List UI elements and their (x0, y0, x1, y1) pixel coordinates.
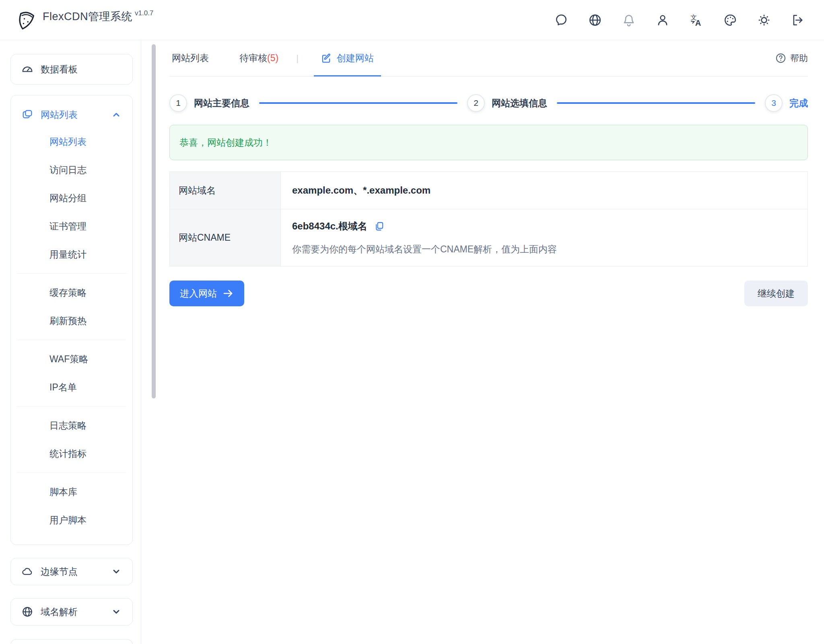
cname-note: 你需要为你的每个网站域名设置一个CNAME解析，值为上面内容 (292, 243, 799, 256)
row-label: 网站CNAME (170, 209, 281, 266)
actions-row: 进入网站 继续创建 (169, 281, 808, 306)
pending-count-badge: (5) (267, 53, 278, 64)
sidebar-item-site-list-group[interactable]: 网站列表 (11, 105, 132, 124)
success-alert: 恭喜，网站创建成功！ (169, 125, 808, 160)
stepper: 1 网站主要信息 2 网站选填信息 3 完成 (169, 94, 808, 112)
continue-create-button[interactable]: 继续创建 (744, 281, 808, 306)
bell-icon[interactable] (622, 13, 636, 27)
step-label: 网站选填信息 (492, 97, 547, 109)
sidebar-group-label: 网站列表 (41, 109, 104, 121)
globe-icon (21, 606, 33, 618)
app-title: FlexCDN管理系统 (43, 10, 132, 23)
tab-label: 创建网站 (337, 52, 374, 64)
divider (17, 406, 126, 407)
step-2: 2 网站选填信息 (467, 94, 547, 112)
svg-text:A: A (695, 18, 701, 27)
tab-site-list[interactable]: 网站列表 (169, 40, 211, 76)
globe-icon[interactable] (588, 13, 602, 27)
sidebar-item-label: 边缘节点 (41, 566, 104, 578)
sidebar-item-stat-metrics[interactable]: 统计指标 (11, 440, 132, 468)
help-link[interactable]: 帮助 (775, 40, 808, 76)
sidebar-item-label: 数据看板 (41, 63, 78, 76)
tab-separator: | (296, 53, 299, 64)
step-number: 3 (765, 94, 783, 112)
brand: FlexCDN管理系统v1.0.7 (16, 9, 153, 31)
sidebar-item-cache-policy[interactable]: 缓存策略 (11, 279, 132, 307)
question-circle-icon (775, 53, 786, 64)
tab-pending-review[interactable]: 待审核(5) (237, 40, 281, 76)
step-connector (557, 102, 755, 104)
enter-site-label: 进入网站 (180, 287, 217, 300)
sidebar-item-edge-nodes[interactable]: 边缘节点 (10, 558, 133, 585)
sidebar-item-site-list[interactable]: 网站列表 (11, 128, 132, 156)
step-1: 1 网站主要信息 (169, 94, 249, 112)
divider (17, 340, 126, 340)
step-connector (259, 102, 457, 104)
sidebar-item-site-groups[interactable]: 网站分组 (11, 184, 132, 212)
row-label: 网站域名 (170, 172, 281, 209)
success-message: 恭喜，网站创建成功！ (179, 136, 272, 149)
header-icon-bar: 文 A (554, 13, 805, 27)
step-3: 3 完成 (765, 94, 808, 112)
cloud-icon (21, 566, 33, 578)
divider (17, 273, 126, 274)
tab-bar: 网站列表 待审核(5) | 创建网站 (169, 40, 808, 76)
sidebar-item-access-logs[interactable]: 访问日志 (11, 156, 132, 184)
enter-site-button[interactable]: 进入网站 (169, 281, 244, 306)
app-screen: FlexCDN管理系统v1.0.7 文 A (0, 0, 824, 644)
chevron-down-icon[interactable] (111, 607, 121, 617)
sidebar-group-sites: 网站列表 网站列表 访问日志 网站分组 证书管理 用量统计 缓存策略 刷新预热 … (10, 95, 133, 545)
pizza-logo-icon (16, 10, 37, 31)
cname-value: 6eb8434c.根域名 (292, 220, 367, 233)
arrow-right-icon (222, 288, 234, 299)
help-label: 帮助 (790, 52, 808, 64)
sidebar-item-waf-policy[interactable]: WAF策略 (11, 345, 132, 373)
sidebar-item-purge-prewarm[interactable]: 刷新预热 (11, 307, 132, 335)
stack-icon (21, 109, 33, 121)
tab-label: 网站列表 (172, 52, 209, 64)
sidebar: 数据看板 网站列表 网站列表 访问日志 网站分组 证书管理 用量统计 (0, 40, 141, 644)
sidebar-item-dns[interactable]: 域名解析 (10, 598, 133, 625)
sidebar-item-cert-management[interactable]: 证书管理 (11, 212, 132, 240)
divider (17, 473, 126, 473)
app-version: v1.0.7 (135, 9, 153, 17)
palette-icon[interactable] (723, 13, 737, 27)
step-number: 1 (169, 94, 187, 112)
site-domains-value: example.com、*.example.com (292, 184, 799, 197)
sidebar-item-usage-stats[interactable]: 用量统计 (11, 240, 132, 268)
sidebar-card-partial (10, 639, 133, 644)
step-label: 完成 (789, 97, 808, 109)
vertical-scrollbar[interactable] (152, 44, 156, 398)
translate-icon[interactable]: 文 A (690, 13, 703, 27)
step-number: 2 (467, 94, 485, 112)
sidebar-item-dashboard[interactable]: 数据看板 (10, 54, 133, 85)
sidebar-item-script-library[interactable]: 脚本库 (11, 478, 132, 506)
table-row: 网站域名 example.com、*.example.com (170, 172, 808, 209)
chevron-up-icon[interactable] (111, 110, 121, 120)
gauge-icon (21, 63, 33, 75)
table-row: 网站CNAME 6eb8434c.根域名 你需要为你的每个网站域名设置一个CNA… (170, 209, 808, 266)
sun-icon[interactable] (757, 13, 771, 27)
sidebar-sublist: 网站列表 访问日志 网站分组 证书管理 用量统计 (11, 128, 132, 268)
tab-label: 待审核 (239, 52, 267, 64)
chevron-down-icon[interactable] (111, 567, 121, 576)
sidebar-item-log-policy[interactable]: 日志策略 (11, 411, 132, 440)
user-icon[interactable] (656, 13, 670, 27)
sidebar-item-ip-lists[interactable]: IP名单 (11, 373, 132, 401)
step-label: 网站主要信息 (194, 97, 249, 109)
sidebar-item-user-scripts[interactable]: 用户脚本 (11, 506, 132, 534)
tab-create-site[interactable]: 创建网站 (314, 41, 381, 76)
logout-icon[interactable] (791, 13, 805, 27)
top-header: FlexCDN管理系统v1.0.7 文 A (0, 0, 824, 40)
main-content: 网站列表 待审核(5) | 创建网站 (141, 40, 824, 644)
result-table: 网站域名 example.com、*.example.com 网站CNAME 6… (169, 171, 808, 266)
sidebar-item-label: 域名解析 (41, 606, 104, 618)
edit-icon (321, 53, 332, 64)
chat-icon[interactable] (554, 13, 568, 27)
copy-icon[interactable] (374, 221, 385, 232)
